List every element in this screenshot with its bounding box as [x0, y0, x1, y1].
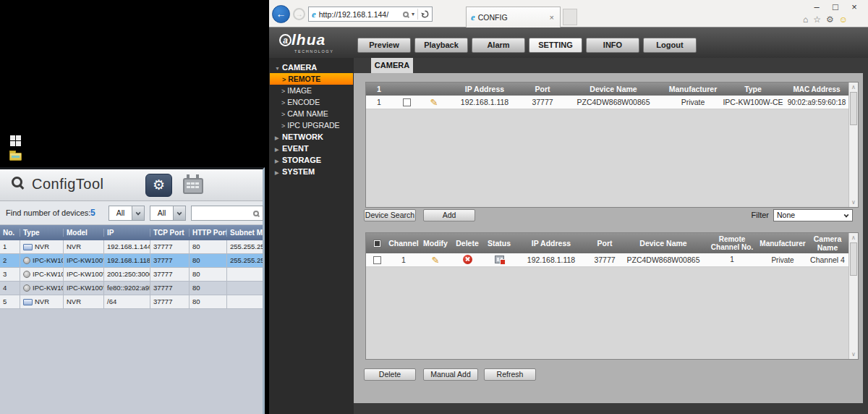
caret-down-icon[interactable]: ▾ [412, 11, 414, 17]
sidebar-item-network[interactable]: ▶NETWORK [269, 131, 354, 143]
close-icon[interactable]: × [845, 0, 864, 14]
status-disconnected-icon[interactable] [495, 255, 504, 263]
table-row[interactable]: 4 IPC-KW10... IPC-KW100W-CE fe80::9202:a… [0, 282, 263, 295]
gear-icon[interactable]: ⚙ [826, 14, 834, 25]
desktop: ConfigTool ⚙ Find number of devices: 5 A… [0, 0, 868, 414]
cell-no: 5 [0, 295, 20, 309]
table-row[interactable]: 1 ✎ 192.168.1.118 37777 PZC4DW868W00865 … [366, 96, 858, 109]
sidebar-item-ipc-upgrade[interactable]: >IPC UPGRADE [269, 119, 354, 131]
sidebar-item-event[interactable]: ▶EVENT [269, 143, 354, 154]
model-filter-dropdown[interactable]: All [150, 206, 186, 221]
browser-tab-config[interactable]: e CONFIG × [466, 7, 561, 28]
tab-close-icon[interactable]: × [548, 13, 556, 22]
table-row[interactable]: 1 NVR NVR 192.168.1.144 37777 80 255.255… [0, 240, 263, 254]
cell-type: NVR [35, 295, 49, 308]
device-count: 5 [90, 208, 95, 218]
modify-pencil-icon[interactable]: ✎ [432, 255, 440, 266]
table-row[interactable]: 3 IPC-KW10... IPC-KW100W-CE 2001:250:300… [0, 268, 263, 282]
add-button[interactable]: Add [423, 209, 475, 221]
new-tab-button[interactable] [563, 9, 577, 25]
cell-no: 4 [0, 282, 20, 295]
content-tab-camera[interactable]: CAMERA [371, 58, 413, 73]
home-icon[interactable]: ⌂ [803, 14, 808, 25]
scroll-thumb[interactable] [850, 92, 857, 125]
tab-preview[interactable]: Preview [357, 38, 411, 53]
favorites-star-icon[interactable]: ☆ [813, 14, 821, 25]
chevron-down-icon[interactable] [173, 206, 185, 220]
configtool-table-header: No. Type Model IP TCP Port HTTP Port Sub… [0, 225, 263, 240]
scroll-down-icon[interactable]: ∨ [849, 199, 858, 206]
scroll-up-icon[interactable]: ∧ [849, 84, 858, 90]
filter-select[interactable]: None [773, 209, 853, 221]
sidebar-item-image[interactable]: >IMAGE [269, 85, 354, 96]
delete-button[interactable]: Delete [364, 368, 416, 381]
delete-icon[interactable] [463, 255, 472, 264]
col-model: Model [64, 229, 104, 237]
webapp-main: CAMERA 1 IP Address Port Device Name [354, 58, 868, 414]
device-search-input[interactable] [192, 207, 253, 219]
desktop-icon-folder[interactable] [9, 150, 25, 164]
tab-info[interactable]: INFO [586, 38, 639, 53]
sidebar-item-storage[interactable]: ▶STORAGE [269, 154, 354, 166]
divider [417, 9, 418, 20]
refresh-icon[interactable] [421, 10, 429, 18]
refresh-button[interactable]: Refresh [484, 368, 536, 381]
sidebar-item-system[interactable]: ▶SYSTEM [269, 166, 354, 177]
search-icon[interactable] [403, 12, 409, 17]
sidebar-item-remote[interactable]: >REMOTE [270, 73, 353, 85]
tab-alarm[interactable]: Alarm [472, 38, 525, 53]
cell-http: 80 [190, 268, 227, 282]
cell-no: 2 [0, 254, 20, 268]
tab-setting[interactable]: SETTING [529, 38, 582, 53]
scrollbar[interactable]: ∧ ∨ [848, 83, 858, 207]
device-search-button[interactable]: Device Search [364, 209, 416, 221]
sidebar-item-camera[interactable]: ▼CAMERA [269, 62, 354, 73]
sub-arrow-icon: > [281, 122, 285, 130]
modify-pencil-icon[interactable]: ✎ [430, 97, 438, 108]
col-manufacturer: Manufacturer [760, 240, 806, 248]
chevron-down-icon[interactable] [132, 206, 144, 220]
scroll-down-icon[interactable]: ∨ [849, 351, 858, 358]
select-all-checkbox[interactable] [373, 240, 381, 248]
address-bar[interactable]: e http://192.168.1.144/ ▾ [308, 7, 433, 22]
scroll-thumb[interactable] [850, 242, 857, 276]
cell-subnet [227, 268, 263, 282]
maximize-icon[interactable]: □ [826, 0, 845, 14]
sidebar-item-encode[interactable]: >ENCODE [269, 96, 354, 108]
configtool-calendar-button[interactable] [183, 178, 203, 194]
smiley-feedback-icon[interactable]: ☺ [839, 14, 848, 25]
manual-add-button[interactable]: Manual Add [423, 368, 478, 381]
table-row-selected[interactable]: 2 IPC-KW10... IPC-KW100W-CE 192.168.1.11… [0, 254, 263, 268]
col-tcp-port: TCP Port [150, 229, 190, 237]
sidebar-item-cam-name[interactable]: >CAM NAME [269, 108, 354, 119]
configtool-title: ConfigTool [32, 176, 104, 193]
tab-playback[interactable]: Playback [414, 38, 468, 53]
back-arrow-icon: ← [276, 8, 286, 20]
cell-subnet: 255.255.255. [227, 240, 263, 254]
device-search-box[interactable] [191, 206, 263, 221]
scroll-up-icon[interactable]: ∧ [849, 235, 858, 241]
dahua-webapp: a lhua TECHNOLOGY Preview Playback Alarm… [269, 28, 868, 414]
type-filter-dropdown[interactable]: All [109, 206, 145, 221]
cell-model: NVR [64, 295, 104, 309]
row-checkbox[interactable] [373, 256, 381, 264]
cell-ip: 192.168.1.118 [515, 255, 587, 264]
forward-button[interactable]: → [293, 8, 305, 20]
webapp-body: ▼CAMERA >REMOTE >IMAGE >ENCODE >CAM NAME [269, 58, 868, 414]
table-row[interactable]: 1 ✎ 192.168.1.118 37777 PZC4DW868W00865 … [366, 253, 858, 267]
row-checkbox[interactable] [403, 98, 411, 106]
configtool-settings-button[interactable]: ⚙ [145, 174, 172, 197]
back-button[interactable]: ← [272, 5, 290, 23]
cell-device-name: PZC4DW868W00865 [563, 98, 664, 106]
windows-logo-icon [10, 135, 21, 146]
col-channel: Channel [388, 239, 420, 248]
table-row[interactable]: 5 NVR NVR /64 37777 80 [0, 295, 263, 309]
col-device-name: Device Name [622, 239, 705, 248]
sidebar-label: IPC UPGRADE [287, 121, 339, 130]
scrollbar[interactable]: ∧ ∨ [848, 233, 858, 359]
minimize-icon[interactable]: – [807, 0, 826, 14]
desktop-icon-windows[interactable] [10, 135, 26, 150]
tab-logout[interactable]: Logout [643, 38, 697, 53]
cell-http: 80 [190, 240, 227, 254]
model-filter-value: All [150, 206, 173, 220]
